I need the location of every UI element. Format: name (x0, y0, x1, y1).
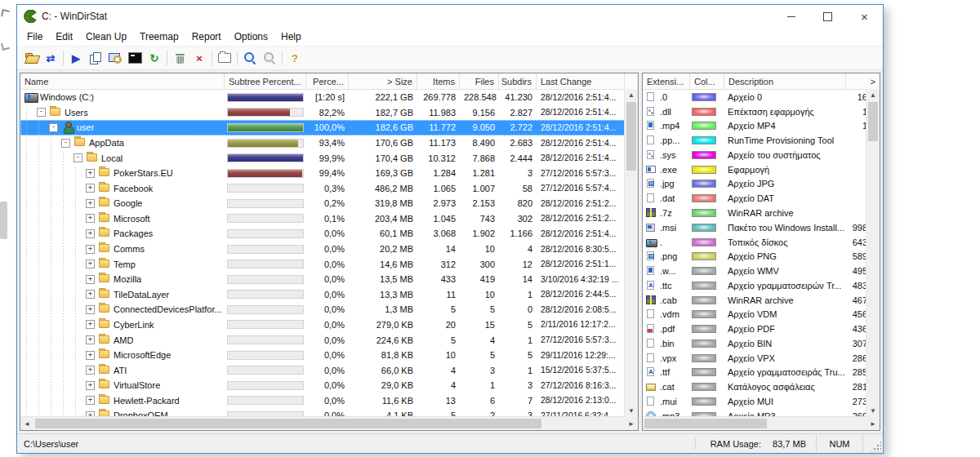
tree-row[interactable]: -Users82,2%182,7 GB11.9839.1562.82728/12… (20, 105, 638, 121)
tree-row[interactable]: +TileDataLayer0,0%13,3 MB1110128/12/2016… (20, 287, 638, 303)
tree-row[interactable]: -AppData93,4%170,6 GB11.1738.4902.68328/… (20, 135, 638, 151)
column-header-color[interactable]: Col... (690, 73, 724, 89)
menu-item-options[interactable]: Options (228, 28, 274, 46)
zoom-in-button[interactable] (240, 49, 260, 68)
column-header-subdirs[interactable]: Subdirs (499, 73, 537, 89)
expand-toggle-icon[interactable]: + (86, 245, 95, 254)
extension-row[interactable]: .w...Αρχείο WMV495 (643, 264, 880, 278)
extension-row[interactable]: .dllΕπέκταση εφαρμογής1 (643, 104, 880, 119)
extension-row[interactable]: .exeΕφαρμογή (643, 162, 880, 177)
extension-row[interactable]: .binΑρχείο BIN307 (643, 336, 880, 351)
scroll-thumb[interactable] (868, 102, 878, 141)
tree-row[interactable]: -Local99,9%170,4 GB10.3127.8682.44428/12… (20, 150, 638, 166)
tree-row[interactable]: -user100,0%182,6 GB11.7729.0502.72228/12… (20, 120, 638, 135)
scroll-right-icon[interactable]: ► (625, 418, 638, 430)
tree-row[interactable]: +Packages0,0%60,1 MB3.0681.9021.16628/12… (20, 226, 638, 242)
expand-toggle-icon[interactable]: + (86, 351, 95, 360)
menu-item-report[interactable]: Report (185, 28, 228, 46)
explorer-here-button[interactable] (105, 49, 125, 68)
title-bar[interactable]: C: - WinDirStat × (17, 5, 883, 28)
menu-item-help[interactable]: Help (274, 28, 308, 46)
scroll-down-icon[interactable]: ▼ (866, 405, 880, 417)
delete-to-recycle-bin-button[interactable] (170, 49, 189, 68)
extension-row[interactable]: .7zWinRAR archive (643, 206, 880, 220)
tree-row[interactable]: +PokerStars.EU99,4%169,3 GB1.2841.281327… (20, 166, 638, 181)
column-header-extension[interactable]: Extensi... (643, 73, 690, 89)
collapse-toggle-icon[interactable]: - (74, 153, 82, 162)
properties-button[interactable] (215, 49, 234, 68)
column-header-description[interactable]: Description (724, 73, 846, 89)
expand-toggle-icon[interactable]: + (86, 260, 95, 268)
extension-row[interactable]: .0Αρχείο 016 (643, 90, 880, 104)
extension-row[interactable]: .jpgΑρχείο JPG (643, 177, 880, 192)
open-drive-button[interactable] (21, 49, 41, 68)
tree-row[interactable]: +Mozilla0,0%13,5 MB433419143/10/2016 4:3… (20, 272, 638, 287)
expand-toggle-icon[interactable]: + (86, 214, 95, 223)
column-header-last-change[interactable]: Last Change (537, 73, 625, 89)
extension-row[interactable]: .sysΑρχείο του συστήματος (643, 148, 880, 162)
scroll-thumb[interactable] (626, 102, 636, 171)
menu-item-treemap[interactable]: Treemap (133, 28, 185, 46)
column-header-name[interactable]: Name (20, 73, 225, 89)
extension-row[interactable]: .pdfΑρχείο PDF436 (643, 322, 880, 336)
scroll-left-icon[interactable]: ◄ (20, 418, 33, 430)
collapse-toggle-icon[interactable]: - (49, 123, 58, 132)
menu-item-clean-up[interactable]: Clean Up (79, 28, 133, 46)
tree-vertical-scrollbar[interactable]: ▲ ▼ (624, 89, 638, 417)
minimize-button[interactable] (773, 5, 809, 28)
scroll-right-icon[interactable]: ► (866, 418, 880, 430)
extension-row[interactable]: .mp4Αρχείο MP41 (643, 119, 880, 134)
scroll-thumb[interactable] (35, 419, 541, 428)
tree-row[interactable]: +AMD0,0%224,6 KB54127/12/2016 5:57:3... (20, 332, 638, 348)
copy-path-button[interactable] (86, 49, 105, 68)
column-header-items[interactable]: Items (417, 73, 460, 89)
maximize-button[interactable] (809, 5, 846, 28)
extension-row[interactable]: .datΑρχείο DAT (643, 191, 880, 206)
scroll-up-icon[interactable]: ▲ (625, 89, 638, 101)
column-header-files[interactable]: Files (460, 73, 499, 89)
extension-row[interactable]: .ttcΑρχείο γραμματοσειρών Tr...483 (643, 278, 880, 293)
tree-row[interactable]: +DropboxOEM0,0%4,1 KB52327/11/2016 6:32:… (20, 408, 638, 416)
expand-toggle-icon[interactable]: + (86, 290, 95, 299)
extensions-horizontal-scrollbar[interactable]: ► (643, 416, 880, 430)
command-prompt-here-button[interactable] (125, 49, 145, 68)
menu-item-file[interactable]: File (20, 28, 49, 46)
expand-toggle-icon[interactable]: + (86, 199, 95, 208)
tree-row[interactable]: +Comms0,0%20,2 MB1410428/12/2016 8:30:5.… (20, 242, 638, 257)
extension-row[interactable]: .catΚατάλογος ασφάλειας281 (643, 379, 880, 394)
tree-row[interactable]: +Hewlett-Packard0,0%11,6 KB136728/12/201… (20, 393, 638, 409)
tree-row[interactable]: Windows (C:)[1:20 s]222,1 GB269.778228.5… (20, 90, 638, 105)
tree-row[interactable]: +Microsoft0,1%203,4 MB1.04574330228/12/2… (20, 211, 638, 227)
collapse-toggle-icon[interactable]: - (37, 108, 46, 117)
extension-row[interactable]: .mp3Αρχείο MP3269 (643, 409, 880, 416)
tree-row[interactable]: +ATI0,0%66,0 KB43115/12/2016 5:37:5... (20, 362, 638, 378)
scroll-thumb[interactable] (644, 419, 767, 428)
extension-row[interactable]: .vpxΑρχείο VPX286 (643, 351, 880, 366)
tree-row[interactable]: +Facebook0,3%486,2 MB1.0651.0075827/12/2… (20, 180, 638, 196)
extension-row[interactable]: .muiΑρχείο MUI273 (643, 394, 880, 409)
zoom-out-button[interactable] (260, 49, 279, 68)
extension-row[interactable]: .msiΠακέτο του Windows Install...998 (643, 220, 880, 235)
expand-toggle-icon[interactable]: + (86, 381, 95, 390)
tree-row[interactable]: +Temp0,0%14,6 MB3123001228/12/2016 2:51:… (20, 256, 638, 272)
extension-row[interactable]: .pngΑρχείο PNG589 (643, 249, 880, 264)
scroll-up-icon[interactable]: ▲ (866, 89, 880, 101)
expand-toggle-icon[interactable]: + (86, 366, 95, 375)
expand-toggle-icon[interactable]: + (86, 169, 95, 178)
expand-toggle-icon[interactable]: + (86, 229, 95, 238)
refresh-selected-button[interactable]: ⇄ (41, 49, 60, 68)
delete-button[interactable]: × (189, 49, 209, 68)
help-button[interactable]: ? (285, 49, 305, 68)
refresh-all-button[interactable]: ↻ (145, 49, 164, 68)
collapse-toggle-icon[interactable]: - (61, 139, 70, 148)
column-header-bytes[interactable]: > (846, 73, 880, 89)
extensions-vertical-scrollbar[interactable]: ▲ ▼ (866, 89, 880, 417)
expand-toggle-icon[interactable]: + (86, 396, 95, 405)
close-button[interactable]: × (846, 5, 883, 28)
expand-toggle-icon[interactable]: + (86, 320, 95, 329)
column-header-percentage[interactable]: Perce... (306, 73, 349, 89)
column-header-size[interactable]: > Size (349, 73, 417, 89)
resize-grip-icon[interactable] (870, 441, 881, 452)
tree-row[interactable]: +MicrosoftEdge0,0%81,8 KB105529/11/2016 … (20, 348, 638, 363)
extension-row[interactable]: .ttfΑρχείο γραμματοσειράς Tru...285 (643, 366, 880, 380)
